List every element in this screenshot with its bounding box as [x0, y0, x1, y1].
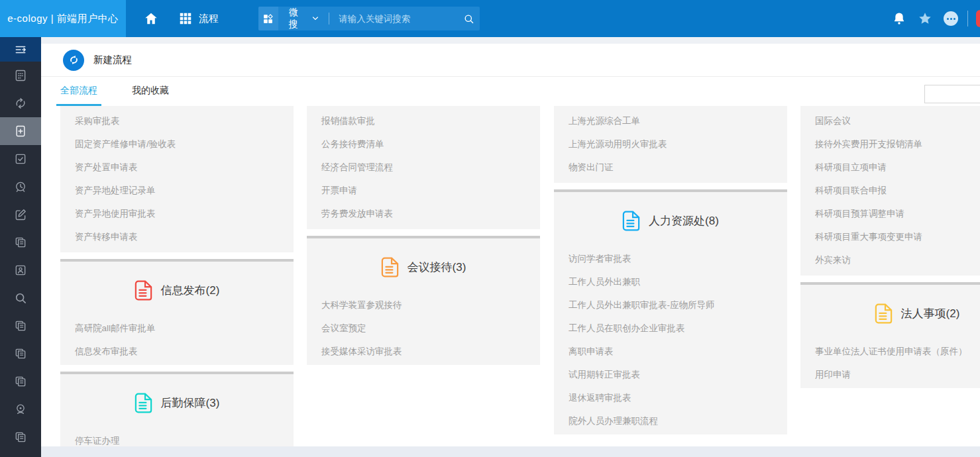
nav-item-process[interactable]: 流程: [178, 11, 219, 26]
grid-menu-icon: [178, 11, 193, 26]
home-icon: [144, 11, 158, 26]
process-item[interactable]: 科研项目重大事项变更申请: [800, 225, 980, 248]
process-item[interactable]: 用印申请: [800, 363, 980, 386]
sidebar-item-search[interactable]: [0, 284, 41, 312]
process-card: 国际会议 接待外宾费用开支报销清单 科研项目立项申请 科研项目联合申报 科研项目…: [800, 106, 980, 276]
sidebar-item-drafts[interactable]: [0, 201, 41, 228]
search-input[interactable]: [337, 13, 457, 25]
sidebar-item-contacts[interactable]: [0, 256, 41, 284]
process-item[interactable]: 离职申请表: [554, 340, 787, 363]
sidebar-item-documents-1[interactable]: [0, 228, 41, 256]
process-item[interactable]: 固定资产维修申请/验收表: [60, 132, 294, 156]
search-button[interactable]: [457, 7, 480, 30]
sidebar-item-documents-3[interactable]: [0, 340, 41, 368]
process-item[interactable]: 资产异地使用审批表: [60, 202, 294, 225]
main-content: 新建流程 全部流程 我的收藏 采购审批表 固定资产维修申请/验收表 资产处置申请…: [41, 44, 980, 457]
process-item[interactable]: 院外人员办理兼职流程: [554, 409, 787, 432]
sidebar-item-tasks[interactable]: [0, 145, 41, 173]
sidebar-item-new-process[interactable]: [0, 117, 41, 145]
category-header: 后勤保障(3): [60, 374, 294, 428]
global-search-bar: 微搜: [258, 7, 480, 30]
process-card-category: 会议接待(3) 大科学装置参观接待 会议室预定 接受媒体采访审批表: [307, 236, 540, 365]
process-item[interactable]: 资产处置申请表: [60, 156, 294, 179]
process-item[interactable]: 退休返聘审批表: [554, 386, 787, 409]
process-item[interactable]: 采购审批表: [60, 109, 294, 132]
process-card: 采购审批表 固定资产维修申请/验收表 资产处置申请表 资产异地处理记录单 资产异…: [60, 106, 294, 252]
clock-icon: [14, 180, 27, 193]
collapse-menu-icon: [14, 43, 27, 56]
tab-all-processes[interactable]: 全部流程: [56, 77, 101, 106]
home-button[interactable]: [144, 11, 158, 26]
tab-bar: 全部流程 我的收藏: [41, 77, 980, 106]
page-badge: [63, 50, 84, 71]
filter-input[interactable]: [925, 85, 980, 104]
process-item[interactable]: 科研项目预算调整申请: [800, 202, 980, 225]
category-header: 会议接待(3): [307, 238, 540, 292]
bell-icon[interactable]: [892, 11, 906, 26]
sync-icon: [14, 97, 27, 110]
process-item[interactable]: 外宾来访: [800, 248, 980, 272]
process-item[interactable]: 大科学装置参观接待: [307, 293, 540, 317]
sidebar-item-documents-4[interactable]: [0, 368, 41, 395]
copy-documents-icon: [14, 236, 27, 249]
process-item[interactable]: 科研项目立项申请: [800, 156, 980, 179]
app-logo: e-cology | 前端用户中心: [0, 0, 126, 37]
process-item[interactable]: 试用期转正审批表: [554, 363, 787, 386]
sidebar-collapse-toggle[interactable]: [0, 37, 41, 62]
process-item[interactable]: 国际会议: [800, 109, 980, 132]
avatar-badge-partial[interactable]: [976, 10, 980, 27]
process-item[interactable]: 信息发布审批表: [60, 340, 294, 363]
process-item[interactable]: 接受媒体采访审批表: [307, 340, 540, 363]
sidebar-item-document-list[interactable]: [0, 62, 41, 89]
process-item[interactable]: 报销借款审批: [307, 109, 540, 132]
task-check-icon: [14, 152, 27, 166]
process-item[interactable]: 经济合同管理流程: [307, 156, 540, 179]
process-item[interactable]: 访问学者审批表: [554, 247, 787, 270]
workflow-icon: [68, 54, 80, 66]
sidebar-item-sync[interactable]: [0, 89, 41, 117]
process-item[interactable]: 劳务费发放申请表: [307, 202, 540, 225]
page-header: 新建流程: [41, 44, 980, 77]
filter-input-box[interactable]: [924, 85, 980, 103]
process-item[interactable]: 接待外宾费用开支报销清单: [800, 132, 980, 156]
process-item[interactable]: 物资出门证: [554, 156, 787, 179]
process-item[interactable]: 资产转移申请表: [60, 225, 294, 248]
copy-documents-icon: [14, 431, 27, 444]
process-card-category: 人力资源处(8) 访问学者审批表 工作人员外出兼职 工作人员外出兼职审批表-应物…: [554, 189, 787, 434]
category-title: 会议接待(3): [408, 260, 466, 275]
bottom-scroll-strip[interactable]: [41, 446, 980, 457]
star-icon[interactable]: [918, 11, 932, 26]
process-item[interactable]: 工作人员在职创办企业审批表: [554, 317, 787, 340]
document-icon: [622, 211, 640, 231]
process-card-category: 信息发布(2) 高研院all邮件审批单 信息发布审批表: [60, 259, 294, 365]
process-item[interactable]: 上海光源动用明火审批表: [554, 132, 787, 156]
search-scope-dropdown[interactable]: 微搜: [289, 7, 320, 30]
process-item[interactable]: 事业单位法人证书使用申请表（原件）: [800, 340, 980, 363]
process-item[interactable]: 公务接待费清单: [307, 132, 540, 156]
sidebar-item-documents-5[interactable]: [0, 423, 41, 451]
process-item[interactable]: 上海光源综合工单: [554, 109, 787, 132]
more-icon[interactable]: [944, 11, 958, 26]
document-add-icon: [14, 125, 27, 138]
sidebar-item-documents-2[interactable]: [0, 312, 41, 340]
edit-icon: [14, 208, 27, 221]
search-apps-button[interactable]: [258, 7, 278, 30]
process-item[interactable]: 开票申请: [307, 179, 540, 202]
process-item[interactable]: 工作人员外出兼职审批表-应物所导师: [554, 293, 787, 317]
process-item[interactable]: 工作人员外出兼职: [554, 270, 787, 293]
topbar-divider: [967, 11, 968, 26]
search-icon: [463, 13, 474, 25]
sidebar-item-pending[interactable]: [0, 173, 41, 201]
process-item[interactable]: 科研项目联合申报: [800, 179, 980, 202]
topbar-content-gap: [41, 37, 980, 44]
process-item[interactable]: 高研院all邮件审批单: [60, 317, 294, 340]
process-card: 报销借款审批 公务接待费清单 经济合同管理流程 开票申请 劳务费发放申请表: [307, 106, 540, 229]
process-column-3: 上海光源综合工单 上海光源动用明火审批表 物资出门证 人力资源处(8) 访问学者…: [554, 106, 787, 441]
sidebar-item-monitor[interactable]: [0, 395, 41, 423]
process-item[interactable]: 资产异地处理记录单: [60, 179, 294, 202]
tab-my-favorites[interactable]: 我的收藏: [128, 77, 173, 106]
category-header: 法人事项(2): [800, 285, 980, 338]
process-card-category: 法人事项(2) 事业单位法人证书使用申请表（原件） 用印申请: [800, 282, 980, 388]
process-item[interactable]: 会议室预定: [307, 317, 540, 340]
copy-documents-icon: [14, 319, 27, 332]
